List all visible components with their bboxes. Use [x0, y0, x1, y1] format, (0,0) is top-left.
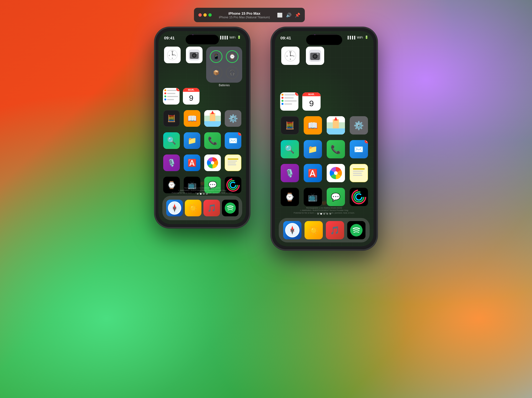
- appstore-icon-left[interactable]: 🅰️: [184, 154, 200, 171]
- rappels-icon-left[interactable]: 3: [163, 88, 180, 105]
- window-controls[interactable]: ⬜ 🔊 📌: [277, 12, 300, 18]
- calendrier-icon-left[interactable]: MAR. 9: [183, 88, 200, 105]
- iphone-right: 09:41 getbezel.app ▐▐▐▐ WiFi 🔋: [272, 28, 377, 250]
- mail-badge-right: 7: [365, 140, 368, 143]
- volume-icon[interactable]: 🔊: [286, 12, 291, 18]
- photos-icon-right[interactable]: [327, 164, 345, 182]
- mail-badge-left: 7: [238, 132, 241, 136]
- camera-icon-right[interactable]: [306, 47, 324, 65]
- apple-logo-right: 🍎: [321, 200, 327, 205]
- page-dot-3: [203, 193, 205, 195]
- livres-icon-left[interactable]: 📖: [184, 110, 200, 127]
- svg-rect-24: [228, 161, 237, 161]
- safari-dock-icon-left[interactable]: [166, 200, 183, 216]
- wifi-icon-right: WiFi: [357, 36, 363, 39]
- dynamic-island-right: [306, 35, 342, 45]
- music-dock-icon-right[interactable]: 🎵: [326, 221, 344, 239]
- iphone-left: 09:41 getbezel.app ▐▐▐▐ WiFi 🔋: [155, 28, 249, 227]
- dock-spotify-right[interactable]: [346, 221, 367, 239]
- calendar-day-left: 9: [183, 92, 200, 105]
- minimize-button-dot[interactable]: [203, 13, 207, 17]
- camera-icon-left[interactable]: [186, 47, 203, 63]
- find-icon-left[interactable]: 🔍: [163, 132, 180, 149]
- mail-icon-right[interactable]: ✉️ 7: [350, 140, 368, 158]
- watch-icon-right[interactable]: ⌚: [281, 188, 299, 206]
- dock-left: ☀️ 🎵: [162, 196, 242, 220]
- page-dots-left: [197, 193, 208, 195]
- page-dot-4: [206, 193, 208, 195]
- battery-icon-left: 🔋: [237, 36, 241, 39]
- dock-sunbeam-left[interactable]: ☀️: [184, 200, 202, 216]
- calendrier-icon-right[interactable]: MAR. 9: [302, 92, 321, 111]
- maximize-button-dot[interactable]: [208, 13, 212, 17]
- status-icons-right: ▐▐▐▐ WiFi 🔋: [347, 36, 369, 39]
- page-dot-1: [197, 193, 199, 195]
- close-button-dot[interactable]: [198, 13, 202, 17]
- svg-point-75: [350, 224, 362, 237]
- svg-point-60: [334, 171, 337, 175]
- phone-icon-right[interactable]: 📞: [327, 140, 345, 158]
- livres-icon-right[interactable]: 📖: [304, 116, 322, 135]
- window-title: iPhone 15 Pro Max: [228, 11, 260, 16]
- screen-icon[interactable]: ⬜: [277, 12, 283, 18]
- files-icon-right[interactable]: 📁: [304, 140, 322, 158]
- apple-logo-left: 🍎: [200, 181, 205, 185]
- appstore-icon-right[interactable]: 🅰️: [304, 164, 322, 182]
- page-dot-r1: [317, 213, 319, 215]
- battery-case-left: 📦: [209, 65, 223, 80]
- dynamic-island-left: [186, 35, 219, 44]
- calc-icon-right[interactable]: 🧮: [281, 116, 299, 135]
- notes-icon-right[interactable]: [350, 164, 368, 182]
- spotify-dock-icon-left[interactable]: [222, 200, 239, 216]
- svg-rect-53: [317, 53, 319, 54]
- pin-icon[interactable]: 📌: [295, 12, 300, 18]
- maps-icon-left[interactable]: [204, 110, 221, 127]
- horloge-icon-left[interactable]: 12 3 6 9: [164, 47, 181, 63]
- maps-icon-right[interactable]: [327, 116, 345, 135]
- sunbeam-dock-icon-right[interactable]: ☀️: [305, 221, 323, 239]
- messages-icon-right[interactable]: 💬: [327, 188, 345, 206]
- calc-icon-left[interactable]: 🧮: [163, 110, 180, 127]
- tv-icon-right[interactable]: 📺: [304, 188, 322, 206]
- window-traffic-lights[interactable]: [198, 13, 212, 17]
- sunbeam-dock-icon-left[interactable]: ☀️: [185, 200, 201, 216]
- dock-music-left[interactable]: 🎵: [202, 200, 221, 216]
- photos-icon-left[interactable]: [204, 154, 221, 171]
- files-icon-left[interactable]: 📁: [184, 132, 200, 149]
- status-time-left: 09:41: [164, 36, 175, 40]
- batteries-label-left: Batteries: [219, 84, 230, 87]
- rappels-icon-right[interactable]: 3: [280, 92, 298, 111]
- dock-spotify-left[interactable]: [221, 200, 239, 216]
- page-dot-r3: [323, 213, 325, 215]
- notes-icon-left[interactable]: [225, 154, 241, 171]
- mail-icon-left[interactable]: ✉️ 7: [225, 132, 241, 149]
- status-icons-left: ▐▐▐▐ WiFi 🔋: [219, 36, 241, 39]
- forme-icon-right[interactable]: [350, 188, 368, 206]
- phone-icon-left[interactable]: 📞: [204, 132, 221, 149]
- podcasts-icon-right[interactable]: 🎙️: [281, 164, 299, 182]
- svg-point-52: [314, 55, 316, 58]
- window-subtitle: iPhone 15 Pro Max (Natural Titanium): [219, 16, 270, 19]
- spotify-dock-icon-right[interactable]: [347, 221, 365, 239]
- safari-dock-icon-right[interactable]: [283, 221, 301, 239]
- batteries-widget-left[interactable]: 📱 ⌚ 📦: [206, 47, 242, 87]
- svg-text:3: 3: [293, 55, 295, 57]
- status-time-right: 09:41: [280, 36, 291, 40]
- iphone-left-screen: 09:41 getbezel.app ▐▐▐▐ WiFi 🔋: [158, 31, 246, 224]
- svg-text:9: 9: [287, 55, 288, 57]
- svg-point-13: [193, 54, 195, 57]
- svg-rect-64: [353, 173, 362, 174]
- dock-safari-left[interactable]: [165, 200, 184, 216]
- settings-icon-left[interactable]: ⚙️: [225, 110, 241, 127]
- horloge-icon-right[interactable]: 12 3 6 9: [281, 47, 300, 65]
- settings-icon-right[interactable]: ⚙️: [350, 116, 368, 135]
- signal-icon-right: ▐▐▐▐: [347, 36, 355, 39]
- find-icon-right[interactable]: 🔍: [281, 140, 299, 158]
- svg-rect-63: [353, 171, 363, 171]
- calendar-month-right: MAR.: [302, 92, 321, 96]
- dock-music-right[interactable]: 🎵: [324, 221, 346, 239]
- music-dock-icon-left[interactable]: 🎵: [203, 200, 220, 216]
- dock-sunbeam-right[interactable]: ☀️: [303, 221, 324, 239]
- podcasts-icon-left[interactable]: 🎙️: [163, 154, 180, 171]
- dock-safari-right[interactable]: [282, 221, 303, 239]
